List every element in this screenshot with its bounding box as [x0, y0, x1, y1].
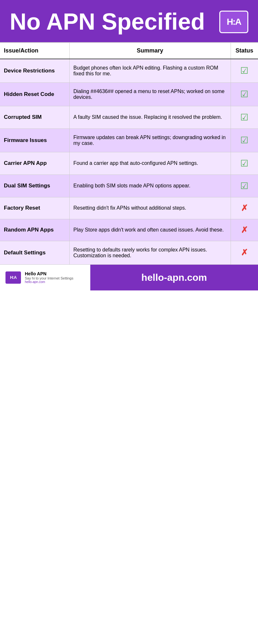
check-icon: ☑ [240, 112, 248, 122]
cell-issue: Dual SIM Settings [0, 175, 69, 197]
cell-status: ✗ [231, 219, 258, 241]
cell-issue: Corrupted SIM [0, 106, 69, 128]
check-icon: ☑ [240, 135, 248, 145]
check-icon: ☑ [240, 66, 248, 76]
header-logo: H:A [219, 11, 248, 33]
main-table: Issue/Action Summary Status Device Restr… [0, 42, 258, 265]
footer-left: H:A Hello APN Say hi to your Internet Se… [0, 265, 90, 290]
cell-summary: Play Store apps didn't work and often ca… [69, 219, 231, 241]
cell-summary: Enabling both SIM slots made APN options… [69, 175, 231, 197]
table-row: Random APN AppsPlay Store apps didn't wo… [0, 219, 258, 241]
cell-status: ☑ [231, 82, 258, 106]
table-header-row: Issue/Action Summary Status [0, 43, 258, 59]
x-icon: ✗ [241, 248, 248, 257]
cell-summary: Resetting didn't fix APNs without additi… [69, 197, 231, 219]
cell-summary: Dialing ##4636## opened a menu to reset … [69, 82, 231, 106]
cell-issue: Factory Reset [0, 197, 69, 219]
table-row: Default SettingsResetting to defaults ra… [0, 241, 258, 264]
cell-issue: Carrier APN App [0, 152, 69, 175]
table-row: Device RestrictionsBudget phones often l… [0, 59, 258, 83]
cell-status: ☑ [231, 59, 258, 83]
table-row: Firmware IssuesFirmware updates can brea… [0, 128, 258, 152]
cell-issue: Firmware Issues [0, 128, 69, 152]
page-title: No APN Specified [10, 10, 216, 34]
col-issue: Issue/Action [0, 43, 69, 59]
cell-issue: Device Restrictions [0, 59, 69, 83]
table-row: Corrupted SIMA faulty SIM caused the iss… [0, 106, 258, 128]
table-row: Carrier APN AppFound a carrier app that … [0, 152, 258, 175]
col-summary: Summary [69, 43, 231, 59]
cell-summary: Firmware updates can break APN settings;… [69, 128, 231, 152]
check-icon: ☑ [240, 89, 248, 99]
header: No APN Specified H:A [0, 0, 258, 42]
cell-issue: Random APN Apps [0, 219, 69, 241]
footer: H:A Hello APN Say hi to your Internet Se… [0, 265, 258, 290]
x-icon: ✗ [241, 225, 248, 235]
cell-summary: A faulty SIM caused the issue. Replacing… [69, 106, 231, 128]
footer-app-info: Hello APN Say hi to your Internet Settin… [25, 271, 73, 284]
check-icon: ☑ [240, 181, 248, 191]
cell-issue: Default Settings [0, 241, 69, 264]
cell-status: ✗ [231, 241, 258, 264]
footer-logo: H:A [5, 271, 22, 284]
footer-website: hello-apn.com [141, 272, 207, 283]
footer-app-link: hello-apn.com [25, 280, 73, 284]
table-row: Factory ResetResetting didn't fix APNs w… [0, 197, 258, 219]
cell-summary: Resetting to defaults rarely works for c… [69, 241, 231, 264]
footer-app-name: Hello APN [25, 271, 73, 276]
table-row: Hidden Reset CodeDialing ##4636## opened… [0, 82, 258, 106]
check-icon: ☑ [240, 158, 248, 168]
cell-status: ☑ [231, 152, 258, 175]
x-icon: ✗ [241, 203, 248, 213]
cell-status: ☑ [231, 128, 258, 152]
cell-status: ☑ [231, 175, 258, 197]
cell-status: ☑ [231, 106, 258, 128]
footer-right: hello-apn.com [90, 265, 258, 290]
cell-issue: Hidden Reset Code [0, 82, 69, 106]
cell-summary: Found a carrier app that auto-configured… [69, 152, 231, 175]
cell-summary: Budget phones often lock APN editing. Fl… [69, 59, 231, 83]
table-row: Dual SIM SettingsEnabling both SIM slots… [0, 175, 258, 197]
cell-status: ✗ [231, 197, 258, 219]
col-status: Status [231, 43, 258, 59]
footer-app-tagline: Say hi to your Internet Settings [25, 276, 73, 280]
